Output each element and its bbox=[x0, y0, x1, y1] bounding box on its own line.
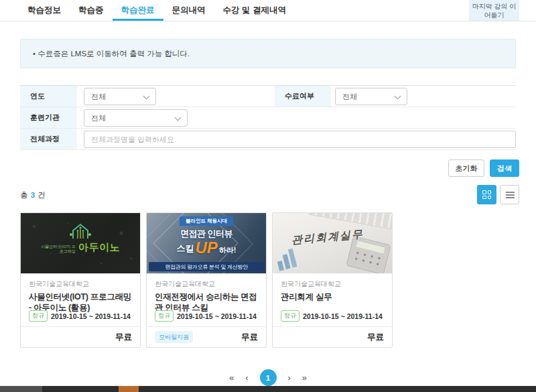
banner-line2: 스킬 bbox=[176, 242, 194, 255]
regular-badge: 정규 bbox=[155, 310, 174, 322]
notice-box: • 수료증은 LMS로 이동하여 출력 가능 합니다. bbox=[20, 39, 516, 68]
tab-enrollment-payments[interactable]: 수강 및 결제내역 bbox=[214, 0, 295, 21]
institution-select[interactable]: 전체 bbox=[84, 109, 188, 127]
tab-learning-info[interactable]: 학습정보 bbox=[19, 0, 70, 21]
reset-button[interactable]: 초기화 bbox=[448, 159, 484, 177]
tab-in-progress[interactable]: 학습중 bbox=[70, 0, 113, 21]
list-view-icon bbox=[506, 192, 515, 193]
pagination: « ‹ 1 › » bbox=[0, 369, 536, 386]
course-period: 2019-10-15 ~ 2019-11-14 bbox=[303, 312, 383, 320]
completion-select[interactable]: 전체 bbox=[335, 88, 407, 105]
filter-row-year: 연도 전체 수료여부 전체 bbox=[20, 86, 516, 107]
course-card-interview-skill[interactable]: 블라인드 채용시대 면접관 인터뷰 스킬 UP 하라! 면접관의 평가오류 분석… bbox=[146, 212, 267, 348]
circuit-house-icon bbox=[69, 222, 92, 240]
course-org: 한국기술교육대학교 bbox=[29, 279, 132, 289]
course-org: 한국기술교육대학교 bbox=[155, 279, 258, 289]
banner-main-text: 면접관 인터뷰 스킬 UP 하라! bbox=[147, 228, 266, 255]
card-footer: 무료 bbox=[21, 326, 140, 347]
filter-row-institution: 훈련기관 전체 bbox=[20, 107, 516, 129]
tab-completed[interactable]: 학습완료 bbox=[113, 0, 163, 21]
total-suffix: 건 bbox=[38, 191, 46, 199]
course-thumbnail-interview: 블라인드 채용시대 면접관 인터뷰 스킬 UP 하라! 면접관의 평가오류 분석… bbox=[147, 213, 266, 273]
course-thumbnail-arduino: 사물인터넷(IOT) 프로그래밍 아두이노 bbox=[21, 213, 140, 273]
total-count: 3 bbox=[31, 191, 35, 199]
chart-decoration bbox=[275, 245, 306, 271]
course-card-management-accounting[interactable]: 관리회계실무 한국기술교육대학교 관리회계 실무 정규 2019-10-15 ~… bbox=[272, 212, 393, 348]
card-footer: 무료 bbox=[273, 326, 392, 347]
institution-label: 훈련기관 bbox=[20, 107, 77, 128]
grid-view-button[interactable] bbox=[477, 185, 496, 204]
total-prefix: 총 bbox=[20, 191, 28, 199]
card-footer: 모바일지원 무료 bbox=[147, 326, 266, 347]
pagination-next-button[interactable]: › bbox=[288, 369, 291, 386]
taskbar-strip bbox=[0, 386, 536, 392]
arduino-sub-text: 사물인터넷(IOT) 프로그래밍 bbox=[41, 245, 76, 254]
course-price: 무료 bbox=[241, 332, 258, 343]
notice-text: • 수료증은 LMS로 이동하여 출력 가능 합니다. bbox=[33, 49, 190, 59]
regular-badge: 정규 bbox=[281, 310, 299, 322]
banner-caption: 면접관의 평가오류 분석 및 개선방안 bbox=[149, 262, 264, 271]
my-learning-page: 학습정보 학습중 학습완료 문의내역 수강 및 결제내역 마지막 강의 이어듣기… bbox=[0, 0, 536, 392]
course-card-iot-arduino[interactable]: 사물인터넷(IOT) 프로그래밍 아두이노 한국기술교육대학교 사물인터넷(IO… bbox=[20, 212, 141, 348]
pagination-first-button[interactable]: « bbox=[229, 369, 234, 386]
banner-tail-text: 하라! bbox=[219, 245, 237, 255]
course-period: 2019-10-15 ~ 2019-11-14 bbox=[51, 312, 131, 320]
continue-last-lecture-button[interactable]: 마지막 강의 이어듣기 bbox=[469, 0, 519, 21]
course-period: 2019-10-15 ~ 2019-11-14 bbox=[177, 312, 257, 320]
course-thumbnail-accounting: 관리회계실무 bbox=[273, 213, 392, 273]
regular-badge: 정규 bbox=[29, 310, 48, 322]
total-count-text: 총 3 건 bbox=[20, 190, 46, 200]
card-meta: 정규 2019-10-15 ~ 2019-11-14 bbox=[29, 310, 131, 322]
pagination-page-1[interactable]: 1 bbox=[260, 369, 277, 386]
course-label: 전체과정 bbox=[20, 129, 77, 149]
mobile-support-badge: 모바일지원 bbox=[155, 331, 193, 343]
taskbar-segment-orange bbox=[119, 386, 139, 392]
course-price: 무료 bbox=[367, 332, 384, 343]
card-body: 한국기술교육대학교 사물인터넷(IOT) 프로그래밍 - 아두이노 (활용) bbox=[21, 273, 140, 313]
year-select[interactable]: 전체 bbox=[84, 88, 156, 105]
pagination-prev-button[interactable]: ‹ bbox=[245, 369, 248, 386]
taskbar-segment bbox=[0, 386, 42, 392]
card-body: 한국기술교육대학교 인재전쟁에서 승리하는 면접관 인터뷰 스킬 bbox=[147, 273, 266, 313]
card-meta: 정규 2019-10-15 ~ 2019-11-14 bbox=[281, 310, 383, 322]
banner-up-text: UP bbox=[195, 241, 217, 255]
filter-row-course: 전체과정 bbox=[20, 129, 516, 150]
arduino-brand-text: 아두이노 bbox=[78, 241, 120, 254]
search-button[interactable]: 검색 bbox=[490, 159, 519, 177]
pagination-last-button[interactable]: » bbox=[302, 369, 307, 386]
tab-bar: 학습정보 학습중 학습완료 문의내역 수강 및 결제내역 bbox=[0, 0, 536, 21]
banner-ribbon: 블라인드 채용시대 bbox=[180, 216, 233, 226]
card-body: 한국기술교육대학교 관리회계 실무 bbox=[273, 273, 392, 302]
arduino-logo: 사물인터넷(IOT) 프로그래밍 아두이노 bbox=[21, 222, 140, 254]
card-meta: 정규 2019-10-15 ~ 2019-11-14 bbox=[155, 310, 257, 322]
tab-inquiries[interactable]: 문의내역 bbox=[163, 0, 214, 21]
course-title: 관리회계 실무 bbox=[281, 291, 384, 302]
grid-view-icon bbox=[482, 190, 491, 199]
year-label: 연도 bbox=[20, 86, 77, 107]
filter-table: 연도 전체 수료여부 전체 훈련기관 전체 전체과정 bbox=[20, 85, 516, 150]
course-name-input[interactable] bbox=[84, 131, 516, 148]
completion-label: 수료여부 bbox=[275, 86, 331, 107]
course-price: 무료 bbox=[115, 332, 132, 343]
course-org: 한국기술교육대학교 bbox=[281, 279, 384, 289]
list-view-button[interactable] bbox=[500, 185, 519, 204]
